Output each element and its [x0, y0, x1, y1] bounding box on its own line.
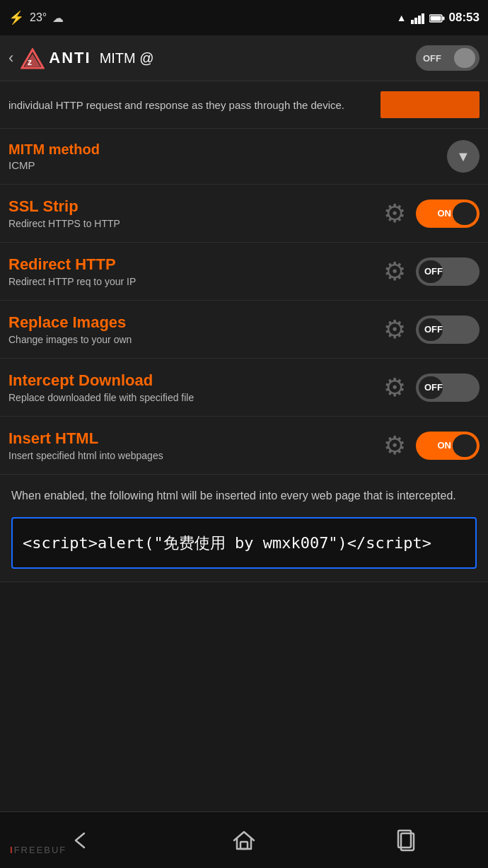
logo-text: ANTI: [49, 49, 91, 67]
ssl-strip-subtitle: Redirect HTTPS to HTTP: [8, 218, 383, 229]
description-text: individual HTTP request and response as …: [8, 98, 372, 112]
intercept-download-subtitle: Replace downloaded file with specified f…: [8, 392, 383, 403]
intercept-download-gear-icon[interactable]: ⚙: [383, 373, 406, 403]
insert-html-toggle[interactable]: ON: [416, 432, 480, 460]
status-left: ⚡ 23° ☁: [8, 10, 64, 25]
intercept-download-title: Intercept Download: [8, 371, 383, 390]
insert-html-title: Insert HTML: [8, 429, 383, 448]
back-button[interactable]: ‹: [8, 49, 13, 67]
insert-html-toggle-knob: [453, 434, 477, 457]
html-code-box[interactable]: <script>alert("免费使用 by wmxk007")</script…: [11, 517, 477, 569]
nav-bar: ‹ z ANTI MITM @ OFF: [0, 35, 488, 81]
replace-images-row: Replace Images Change images to your own…: [0, 301, 488, 359]
ssl-strip-toggle[interactable]: ON: [416, 199, 480, 228]
main-toggle-label: OFF: [423, 53, 441, 64]
intercept-download-info: Intercept Download Replace downloaded fi…: [8, 371, 383, 403]
ssl-strip-title: SSL Strip: [8, 197, 383, 216]
chevron-down-icon: ▼: [456, 149, 470, 165]
redirect-http-toggle[interactable]: OFF: [416, 257, 480, 286]
intercept-download-actions: ⚙ OFF: [383, 373, 480, 403]
logo-icon: z: [21, 47, 45, 69]
redirect-http-gear-icon[interactable]: ⚙: [383, 257, 406, 287]
replace-images-title: Replace Images: [8, 313, 383, 332]
insert-html-toggle-label: ON: [438, 440, 452, 451]
app-logo: z ANTI: [21, 47, 91, 69]
recents-nav-button[interactable]: [325, 812, 488, 868]
recents-nav-icon: [394, 828, 419, 853]
bottom-nav: IFREEBUF: [0, 811, 488, 868]
mitm-method-value: ICMP: [8, 159, 100, 171]
ssl-strip-toggle-label: ON: [438, 208, 452, 219]
mitm-method-row: MITM method ICMP ▼: [0, 129, 488, 185]
redirect-http-info: Redirect HTTP Redirect HTTP req to your …: [8, 255, 383, 287]
zanti-status-icon: ⚡: [8, 10, 24, 25]
ssl-strip-gear-icon[interactable]: ⚙: [383, 199, 406, 228]
main-toggle-knob: [454, 48, 475, 68]
ssl-strip-toggle-knob: [453, 202, 477, 225]
html-code-content: <script>alert("免费使用 by wmxk007")</script…: [23, 531, 465, 555]
insert-html-subtitle: Insert specified html into webpages: [8, 450, 383, 461]
brand-label: IFREEBUF: [10, 845, 66, 855]
mitm-method-title: MITM method: [8, 141, 100, 158]
svg-rect-1: [414, 18, 417, 24]
orange-indicator: [380, 91, 480, 118]
ssl-strip-actions: ⚙ ON: [383, 199, 480, 228]
home-nav-icon: [231, 828, 257, 853]
insert-html-info: Insert HTML Insert specified html into w…: [8, 429, 383, 461]
temperature: 23°: [30, 11, 47, 24]
battery-icon: [429, 12, 445, 23]
svg-rect-6: [430, 16, 441, 21]
back-nav-icon: [69, 828, 94, 853]
html-code-section: When enabled, the following html will be…: [0, 475, 488, 582]
intercept-download-row: Intercept Download Replace downloaded fi…: [0, 359, 488, 417]
intercept-download-toggle-label: OFF: [424, 382, 443, 393]
status-time: 08:53: [449, 11, 480, 25]
weather-icon: ☁: [52, 11, 64, 25]
html-description: When enabled, the following html will be…: [11, 487, 477, 504]
status-bar: ⚡ 23° ☁ ▲ 08:53: [0, 0, 488, 35]
status-right: ▲ 08:53: [397, 11, 480, 25]
redirect-http-subtitle: Redirect HTTP req to your IP: [8, 276, 383, 287]
redirect-http-toggle-label: OFF: [424, 266, 443, 277]
svg-rect-5: [442, 17, 444, 21]
wifi-icon: ▲: [397, 12, 407, 23]
ssl-strip-info: SSL Strip Redirect HTTPS to HTTP: [8, 197, 383, 229]
mitm-method-dropdown[interactable]: ▼: [447, 140, 480, 173]
mitm-method-info: MITM method ICMP: [8, 141, 100, 171]
replace-images-gear-icon[interactable]: ⚙: [383, 315, 406, 345]
insert-html-gear-icon[interactable]: ⚙: [383, 431, 406, 461]
svg-rect-0: [411, 20, 414, 24]
svg-rect-3: [422, 13, 424, 24]
replace-images-toggle-label: OFF: [424, 324, 443, 335]
svg-rect-2: [418, 16, 421, 24]
redirect-http-row: Redirect HTTP Redirect HTTP req to your …: [0, 243, 488, 301]
back-nav-button[interactable]: [0, 812, 163, 868]
home-nav-button[interactable]: [163, 812, 325, 868]
content-area: individual HTTP request and response as …: [0, 81, 488, 582]
signal-icon: [411, 11, 425, 23]
redirect-http-title: Redirect HTTP: [8, 255, 383, 274]
redirect-http-actions: ⚙ OFF: [383, 257, 480, 287]
svg-text:z: z: [28, 57, 32, 67]
ssl-strip-row: SSL Strip Redirect HTTPS to HTTP ⚙ ON: [0, 185, 488, 243]
insert-html-actions: ⚙ ON: [383, 431, 480, 461]
replace-images-actions: ⚙ OFF: [383, 315, 480, 345]
main-toggle[interactable]: OFF: [416, 45, 480, 71]
replace-images-info: Replace Images Change images to your own: [8, 313, 383, 345]
description-row: individual HTTP request and response as …: [0, 81, 488, 129]
replace-images-toggle[interactable]: OFF: [416, 316, 480, 344]
intercept-download-toggle[interactable]: OFF: [416, 374, 480, 402]
replace-images-subtitle: Change images to your own: [8, 334, 383, 345]
svg-rect-10: [240, 842, 248, 849]
insert-html-row: Insert HTML Insert specified html into w…: [0, 417, 488, 475]
nav-title: MITM @: [100, 50, 416, 66]
